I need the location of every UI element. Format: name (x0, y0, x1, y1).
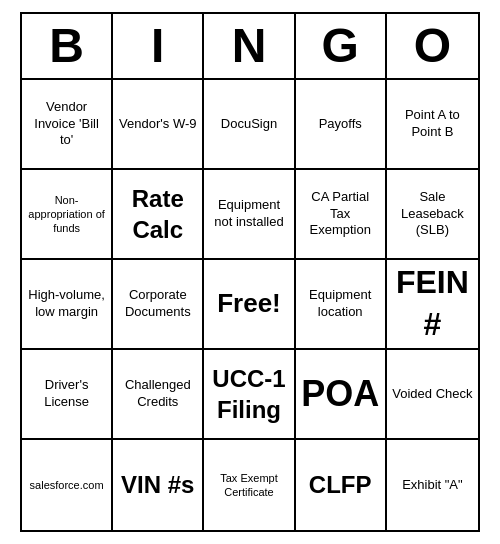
bingo-cell-2: DocuSign (204, 80, 295, 170)
bingo-cell-13: Equipment location (296, 260, 387, 350)
bingo-cell-17: UCC-1 Filing (204, 350, 295, 440)
bingo-cell-3: Payoffs (296, 80, 387, 170)
bingo-cell-16: Challenged Credits (113, 350, 204, 440)
bingo-cell-21: VIN #s (113, 440, 204, 530)
bingo-cell-14: FEIN # (387, 260, 478, 350)
header-letter-o: O (387, 14, 478, 78)
header-letter-i: I (113, 14, 204, 78)
bingo-cell-23: CLFP (296, 440, 387, 530)
bingo-cell-9: Sale Leaseback (SLB) (387, 170, 478, 260)
bingo-cell-15: Driver's License (22, 350, 113, 440)
bingo-cell-18: POA (296, 350, 387, 440)
bingo-grid: Vendor Invoice 'Bill to'Vendor's W-9Docu… (22, 80, 478, 530)
header-letter-b: B (22, 14, 113, 78)
bingo-cell-19: Voided Check (387, 350, 478, 440)
bingo-header: BINGO (22, 14, 478, 80)
bingo-cell-10: High-volume, low margin (22, 260, 113, 350)
bingo-cell-8: CA Partial Tax Exemption (296, 170, 387, 260)
bingo-cell-4: Point A to Point B (387, 80, 478, 170)
bingo-cell-24: Exhibit "A" (387, 440, 478, 530)
bingo-cell-22: Tax Exempt Certificate (204, 440, 295, 530)
bingo-card: BINGO Vendor Invoice 'Bill to'Vendor's W… (20, 12, 480, 532)
bingo-cell-11: Corporate Documents (113, 260, 204, 350)
bingo-cell-0: Vendor Invoice 'Bill to' (22, 80, 113, 170)
bingo-cell-5: Non-appropriation of funds (22, 170, 113, 260)
header-letter-n: N (204, 14, 295, 78)
header-letter-g: G (296, 14, 387, 78)
bingo-cell-6: Rate Calc (113, 170, 204, 260)
bingo-cell-1: Vendor's W-9 (113, 80, 204, 170)
bingo-cell-12: Free! (204, 260, 295, 350)
bingo-cell-7: Equipment not installed (204, 170, 295, 260)
bingo-cell-20: salesforce.com (22, 440, 113, 530)
